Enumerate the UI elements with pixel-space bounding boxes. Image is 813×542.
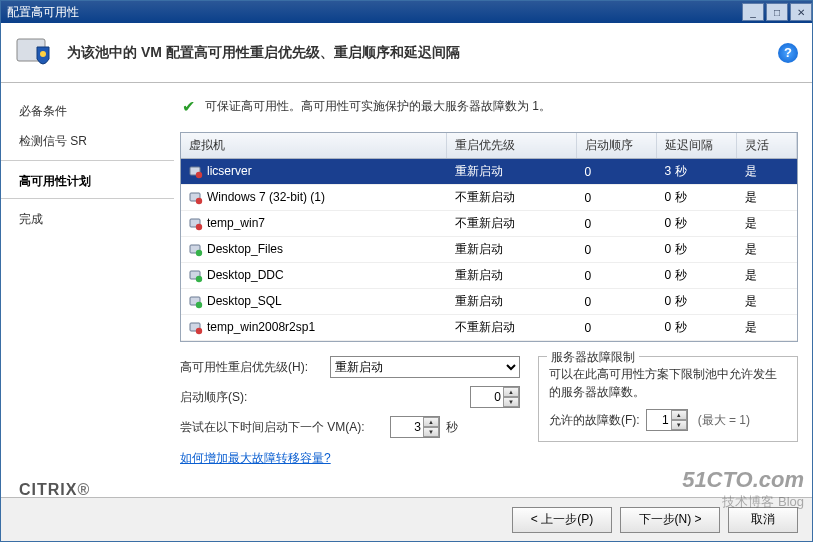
table-row[interactable]: temp_win7不重新启动00 秒是 [181,211,797,237]
vm-icon [189,243,203,257]
col-vm[interactable]: 虚拟机 [181,133,447,159]
maximize-button[interactable]: □ [766,3,788,21]
vm-icon [189,217,203,231]
allow-up[interactable]: ▲ [671,410,687,420]
cell-flex: 是 [737,237,797,263]
vm-icon [189,269,203,283]
table-row[interactable]: Desktop_DDC重新启动00 秒是 [181,263,797,289]
next-button[interactable]: 下一步(N) > [620,507,720,533]
delay-up[interactable]: ▲ [423,417,439,427]
vm-table: 虚拟机 重启优先级 启动顺序 延迟间隔 灵活 licserver重新启动03 秒… [180,132,798,342]
failure-limit-fieldset: 服务器故障限制 可以在此高可用性方案下限制池中允许发生的服务器故障数。 允许的故… [538,356,798,442]
col-flex[interactable]: 灵活 [737,133,797,159]
delay-unit: 秒 [446,419,458,436]
fieldset-desc: 可以在此高可用性方案下限制池中允许发生的服务器故障数。 [549,365,787,401]
cell-priority: 重新启动 [447,159,577,185]
shield-icon [15,33,55,73]
help-icon[interactable]: ? [778,43,798,63]
table-row[interactable]: Windows 7 (32-bit) (1)不重新启动00 秒是 [181,185,797,211]
vm-icon [189,321,203,335]
table-row[interactable]: temp_win2008r2sp1不重新启动00 秒是 [181,315,797,341]
order-down[interactable]: ▼ [503,397,519,407]
vm-name: licserver [207,164,252,178]
cell-order: 0 [577,211,657,237]
cell-order: 0 [577,237,657,263]
status-row: ✔ 可保证高可用性。高可用性可实施保护的最大服务器故障数为 1。 [180,97,798,116]
cancel-button[interactable]: 取消 [728,507,798,533]
fieldset-legend: 服务器故障限制 [547,349,639,366]
cell-delay: 0 秒 [657,185,737,211]
sidebar-item-heartbeat[interactable]: 检测信号 SR [1,127,174,161]
cell-delay: 0 秒 [657,315,737,341]
svg-point-11 [196,276,202,282]
table-row[interactable]: licserver重新启动03 秒是 [181,159,797,185]
svg-point-1 [40,51,46,57]
cell-delay: 0 秒 [657,237,737,263]
cell-delay: 0 秒 [657,263,737,289]
allow-label: 允许的故障数(F): [549,412,640,429]
allow-down[interactable]: ▼ [671,420,687,430]
cell-delay: 0 秒 [657,211,737,237]
vm-icon [189,165,203,179]
close-button[interactable]: ✕ [790,3,812,21]
priority-select[interactable]: 重新启动尽可能重新启动不重新启动 [330,356,520,378]
svg-point-3 [196,172,202,178]
priority-label: 高可用性重启优先级(H): [180,359,330,376]
svg-point-13 [196,302,202,308]
window-title: 配置高可用性 [7,4,740,21]
back-button[interactable]: < 上一步(P) [512,507,612,533]
cell-order: 0 [577,289,657,315]
vm-name: temp_win2008r2sp1 [207,320,315,334]
delay-label: 尝试在以下时间启动下一个 VM(A): [180,419,390,436]
minimize-button[interactable]: _ [742,3,764,21]
cell-priority: 不重新启动 [447,185,577,211]
cell-priority: 重新启动 [447,237,577,263]
svg-point-15 [196,328,202,334]
cell-priority: 不重新启动 [447,315,577,341]
cell-flex: 是 [737,185,797,211]
cell-priority: 重新启动 [447,289,577,315]
table-row[interactable]: Desktop_Files重新启动00 秒是 [181,237,797,263]
svg-point-5 [196,198,202,204]
svg-point-7 [196,224,202,230]
cell-order: 0 [577,159,657,185]
vm-icon [189,295,203,309]
wizard-sidebar: 必备条件 检测信号 SR 高可用性计划 完成 [1,83,174,497]
max-label: (最大 = 1) [698,412,750,429]
vm-name: Windows 7 (32-bit) (1) [207,190,325,204]
sidebar-item-finish[interactable]: 完成 [1,205,174,235]
col-delay[interactable]: 延迟间隔 [657,133,737,159]
vm-name: temp_win7 [207,216,265,230]
titlebar: 配置高可用性 _ □ ✕ [1,1,812,23]
capacity-link[interactable]: 如何增加最大故障转移容量? [180,451,331,465]
delay-down[interactable]: ▼ [423,427,439,437]
cell-flex: 是 [737,159,797,185]
cell-flex: 是 [737,315,797,341]
vm-name: Desktop_SQL [207,294,282,308]
wizard-header: 为该池中的 VM 配置高可用性重启优先级、重启顺序和延迟间隔 ? [1,23,812,83]
cell-order: 0 [577,315,657,341]
cell-flex: 是 [737,263,797,289]
table-row[interactable]: Desktop_SQL重新启动00 秒是 [181,289,797,315]
cell-delay: 0 秒 [657,289,737,315]
status-text: 可保证高可用性。高可用性可实施保护的最大服务器故障数为 1。 [205,98,551,115]
order-up[interactable]: ▲ [503,387,519,397]
sidebar-item-prereq[interactable]: 必备条件 [1,97,174,127]
cell-delay: 3 秒 [657,159,737,185]
brand-logo: CITRIX® [19,481,90,499]
check-icon: ✔ [182,97,195,116]
vm-icon [189,191,203,205]
vm-name: Desktop_Files [207,242,283,256]
sidebar-item-ha-plan[interactable]: 高可用性计划 [1,167,174,199]
cell-priority: 重新启动 [447,263,577,289]
cell-order: 0 [577,263,657,289]
col-order[interactable]: 启动顺序 [577,133,657,159]
wizard-footer: < 上一步(P) 下一步(N) > 取消 [1,497,812,541]
cell-flex: 是 [737,211,797,237]
header-text: 为该池中的 VM 配置高可用性重启优先级、重启顺序和延迟间隔 [67,44,778,62]
cell-order: 0 [577,185,657,211]
vm-name: Desktop_DDC [207,268,284,282]
svg-point-9 [196,250,202,256]
col-priority[interactable]: 重启优先级 [447,133,577,159]
cell-priority: 不重新启动 [447,211,577,237]
